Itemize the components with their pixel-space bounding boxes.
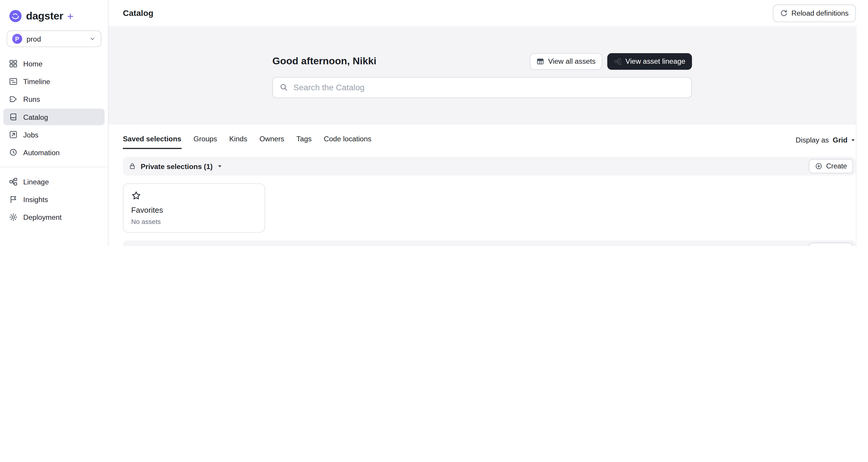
sidebar-nav-graph: Lineage Insights Deployment xyxy=(0,172,108,227)
nav-item-label: Insights xyxy=(23,195,48,204)
nav-item-label: Automation xyxy=(23,148,60,156)
lineage-icon xyxy=(614,57,621,65)
chevron-down-icon xyxy=(850,137,856,143)
card-title: Favorites xyxy=(131,206,257,214)
nav-item-label: Home xyxy=(23,60,42,68)
scrollbar[interactable] xyxy=(856,26,868,246)
sidebar: dagster + P prod Home Timeline Runs Cata… xyxy=(0,0,108,246)
chevron-down-icon xyxy=(89,35,96,42)
tab-label: Code locations xyxy=(324,135,371,143)
section-title: Public selections (11) xyxy=(141,246,214,246)
selection-sections: Private selections (1) Create Favorites … xyxy=(108,149,856,246)
tab-groups[interactable]: Groups xyxy=(193,135,217,149)
sidebar-item-insights[interactable]: Insights xyxy=(3,191,105,208)
logo-plus: + xyxy=(67,10,74,22)
reload-definitions-label: Reload definitions xyxy=(791,9,848,17)
deployment-avatar: P xyxy=(12,34,22,44)
star-icon xyxy=(131,191,141,201)
tab-label: Tags xyxy=(296,135,312,143)
catalog-tabs-row: Saved selections Groups Kinds Owners Tag… xyxy=(108,124,856,149)
private-selections-header: Private selections (1) Create xyxy=(123,157,856,176)
sidebar-item-timeline[interactable]: Timeline xyxy=(3,73,105,90)
dagster-logo-icon xyxy=(9,9,22,23)
greeting: Good afternoon, Nikki xyxy=(272,55,376,67)
insights-icon xyxy=(9,195,18,204)
nav-item-label: Jobs xyxy=(23,131,39,139)
automation-icon xyxy=(9,148,18,157)
catalog-icon xyxy=(9,112,18,121)
search-icon xyxy=(280,83,288,91)
sidebar-divider xyxy=(0,167,108,167)
lineage-icon xyxy=(9,177,18,186)
nav-item-label: Runs xyxy=(23,95,40,103)
view-asset-lineage-label: View asset lineage xyxy=(625,57,685,65)
jobs-icon xyxy=(9,130,18,139)
sidebar-item-deployment[interactable]: Deployment xyxy=(3,209,105,225)
home-icon xyxy=(9,59,18,68)
catalog-search xyxy=(272,77,692,98)
tab-label: Groups xyxy=(193,135,217,143)
timeline-icon xyxy=(9,77,18,86)
table-icon xyxy=(536,57,544,65)
section-title: Private selections (1) xyxy=(141,162,213,170)
nav-item-label: Timeline xyxy=(23,77,50,86)
chevron-down-icon[interactable] xyxy=(217,164,223,169)
nav-item-label: Catalog xyxy=(23,113,48,121)
private-selections-grid: Favorites No assets xyxy=(123,183,856,232)
sidebar-item-home[interactable]: Home xyxy=(3,55,105,72)
sidebar-item-jobs[interactable]: Jobs xyxy=(3,126,105,143)
tab-owners[interactable]: Owners xyxy=(259,135,284,149)
sidebar-item-catalog[interactable]: Catalog xyxy=(3,109,105,125)
view-all-assets-button[interactable]: View all assets xyxy=(530,53,602,69)
logo: dagster + xyxy=(0,0,108,30)
selection-card-favorites[interactable]: Favorites No assets xyxy=(123,183,265,232)
display-as-label: Display as xyxy=(796,136,829,144)
create-selection-button[interactable]: Create xyxy=(809,159,853,173)
tab-tags[interactable]: Tags xyxy=(296,135,312,149)
tab-label: Owners xyxy=(259,135,284,143)
create-selection-button[interactable]: Create xyxy=(809,242,853,246)
card-subtitle: No assets xyxy=(131,218,161,225)
create-icon xyxy=(815,162,823,170)
catalog-search-input[interactable] xyxy=(292,82,685,93)
display-as-value: Grid xyxy=(833,136,847,144)
tab-label: Saved selections xyxy=(123,135,181,143)
tabs: Saved selections Groups Kinds Owners Tag… xyxy=(123,135,371,149)
view-asset-lineage-button[interactable]: View asset lineage xyxy=(607,53,692,69)
deployment-switcher[interactable]: P prod xyxy=(7,30,101,47)
nav-item-label: Deployment xyxy=(23,213,62,221)
page-title: Catalog xyxy=(123,8,153,18)
view-all-assets-label: View all assets xyxy=(548,57,596,65)
public-selections-header: Public selections (11) Create xyxy=(123,240,856,246)
lock-icon xyxy=(129,162,136,170)
card-meta: No assets xyxy=(131,218,257,225)
nav-item-label: Lineage xyxy=(23,178,49,186)
reload-definitions-button[interactable]: Reload definitions xyxy=(772,4,856,22)
sidebar-item-runs[interactable]: Runs xyxy=(3,91,105,107)
sidebar-item-lineage[interactable]: Lineage xyxy=(3,173,105,190)
main-area: Catalog Reload definitions Good afternoo… xyxy=(108,0,868,246)
tab-label: Kinds xyxy=(229,135,247,143)
display-as: Display as Grid xyxy=(796,136,856,149)
content: Good afternoon, Nikki View all assets Vi… xyxy=(108,26,856,246)
deployment-icon xyxy=(9,213,18,222)
sidebar-nav-main: Home Timeline Runs Catalog Jobs Automati… xyxy=(0,54,108,162)
tab-code-locations[interactable]: Code locations xyxy=(324,135,371,149)
sidebar-item-automation[interactable]: Automation xyxy=(3,144,105,161)
catalog-hero: Good afternoon, Nikki View all assets Vi… xyxy=(108,26,856,124)
reload-icon xyxy=(780,9,787,17)
topbar: Catalog Reload definitions xyxy=(108,0,868,26)
display-as-select[interactable]: Grid xyxy=(833,136,856,144)
create-button-label: Create xyxy=(826,162,847,170)
runs-icon xyxy=(9,95,18,104)
tab-saved-selections[interactable]: Saved selections xyxy=(123,135,181,149)
deployment-name: prod xyxy=(27,34,41,43)
dagster-app: dagster + P prod Home Timeline Runs Cata… xyxy=(0,0,868,246)
tab-kinds[interactable]: Kinds xyxy=(229,135,247,149)
logo-wordmark: dagster xyxy=(26,10,63,22)
